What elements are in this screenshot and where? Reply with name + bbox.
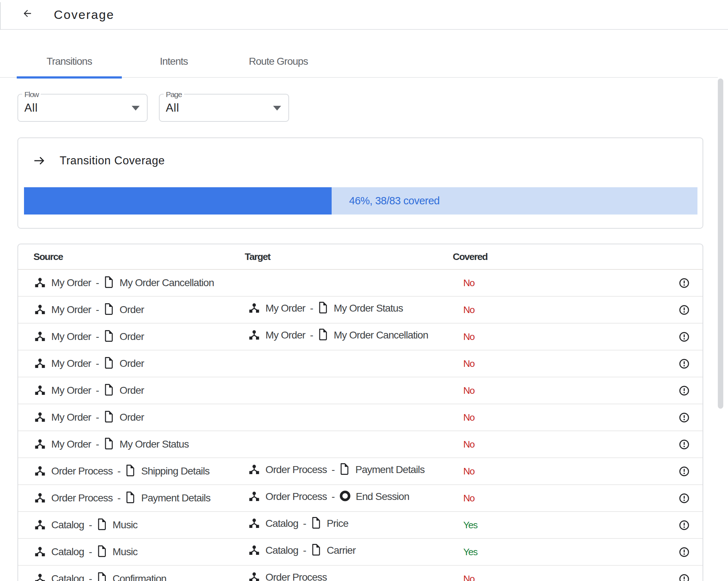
flow-icon	[249, 518, 265, 529]
source-pair: Order Process - Shipping Details	[35, 465, 209, 478]
info-button[interactable]	[679, 547, 689, 557]
flow-icon	[35, 412, 51, 423]
page-glyph	[104, 357, 113, 369]
table-row: My Order - Order My Order - My Order	[18, 324, 703, 350]
separator-dash: -	[96, 385, 99, 396]
flow-icon	[35, 385, 51, 396]
target-cell: -	[232, 404, 446, 430]
page-glyph	[97, 545, 106, 557]
table-body: My Order - My Order Cancellation -	[18, 270, 703, 581]
error-outline-icon	[679, 547, 689, 557]
page-glyph	[318, 302, 327, 313]
target-page-name: My Order Status	[334, 302, 403, 314]
back-button[interactable]	[22, 9, 32, 19]
flow-icon	[35, 304, 51, 316]
source-cell: Catalog - Confirmation	[18, 566, 232, 581]
target-cell: Catalog - Price	[232, 512, 446, 538]
target-pair: My Order - My Order Cancellation	[249, 329, 428, 342]
covered-cell: No	[446, 377, 533, 404]
source-cell: My Order - Order	[18, 350, 232, 377]
info-button[interactable]	[679, 466, 689, 476]
tab-label: Transitions	[47, 56, 92, 67]
page-icon	[340, 463, 355, 476]
page-icon	[125, 465, 141, 478]
source-cell: Catalog - Music	[18, 512, 232, 538]
source-cell: My Order - Order	[18, 324, 232, 350]
info-button[interactable]	[679, 332, 689, 342]
info-button[interactable]	[679, 278, 689, 288]
tab-transitions[interactable]: Transitions	[17, 43, 122, 78]
covered-cell: No	[446, 404, 533, 430]
flow-glyph	[249, 572, 259, 581]
flow-glyph	[35, 304, 45, 314]
info-button[interactable]	[679, 413, 689, 422]
source-pair: My Order - My Order Cancellation	[35, 276, 214, 289]
target-flow-name: Order Process	[265, 491, 327, 502]
separator-dash: -	[96, 331, 99, 342]
table-row: My Order - Order -	[18, 350, 703, 377]
covered-value: Yes	[463, 546, 477, 558]
flow-filter-select[interactable]: Flow All	[17, 94, 148, 122]
target-page-name: My Order Cancellation	[334, 329, 428, 341]
target-flow-name: Order Process	[265, 464, 327, 476]
flow-icon	[249, 491, 265, 502]
info-button[interactable]	[679, 305, 689, 315]
separator-dash: -	[96, 438, 99, 450]
table-row: Order Process - Shipping Details Order P…	[18, 458, 703, 485]
info-cell	[533, 539, 703, 565]
source-flow-name: My Order	[51, 331, 91, 342]
coverage-progress-label: 46%, 38/83 covered	[349, 187, 440, 215]
target-cell: Order Process - End Session	[232, 485, 446, 511]
target-page-name: Carrier	[327, 545, 356, 556]
source-pair: Catalog - Music	[35, 518, 137, 532]
target-flow-name: Order Process	[265, 572, 327, 581]
tab-route-groups[interactable]: Route Groups	[226, 43, 331, 78]
separator-dash: -	[89, 519, 92, 531]
arrow-forward-icon	[34, 156, 45, 166]
covered-value: No	[463, 358, 475, 369]
source-page-name: Order	[120, 385, 144, 396]
flow-icon	[249, 572, 265, 581]
flow-glyph	[35, 519, 45, 529]
info-button[interactable]	[679, 359, 689, 369]
page-glyph	[104, 384, 113, 396]
page-glyph	[340, 463, 348, 475]
info-button[interactable]	[679, 574, 689, 581]
page-title: Coverage	[54, 0, 115, 29]
page-glyph	[318, 329, 327, 340]
info-button[interactable]	[679, 440, 689, 449]
column-header-source: Source	[18, 244, 232, 269]
source-pair: My Order - Order	[35, 357, 144, 370]
tab-intents[interactable]: Intents	[122, 43, 226, 78]
target-cell: -	[232, 431, 446, 457]
flow-icon	[249, 302, 265, 314]
separator-dash: -	[96, 412, 99, 423]
transition-coverage-card: Transition Coverage 46%, 38/83 covered	[17, 137, 703, 229]
tab-bar: Transitions Intents Route Groups	[0, 43, 718, 78]
info-cell	[533, 458, 703, 484]
page-icon	[104, 276, 120, 289]
info-cell	[533, 377, 703, 404]
covered-cell: No	[446, 458, 533, 484]
page-filter-select[interactable]: Page All	[159, 94, 289, 122]
info-button[interactable]	[679, 493, 689, 503]
source-pair: Order Process - Payment Details	[35, 492, 211, 505]
page-icon	[97, 518, 113, 532]
target-pair: Order Process -	[249, 572, 327, 581]
target-cell: -	[232, 377, 446, 404]
page-glyph	[125, 465, 134, 476]
end-session-glyph	[340, 490, 351, 501]
info-button[interactable]	[679, 386, 689, 396]
page-icon	[318, 329, 334, 342]
table-row: My Order - My Order Status -	[18, 431, 703, 458]
flow-glyph	[249, 491, 259, 501]
page-icon	[97, 572, 113, 581]
vertical-scrollbar-thumb[interactable]	[718, 79, 723, 409]
info-button[interactable]	[679, 520, 689, 530]
source-flow-name: My Order	[51, 304, 91, 316]
info-cell	[533, 404, 703, 430]
table-row: Catalog - Music Catalog - Price	[18, 512, 703, 539]
target-cell: My Order - My Order Status	[232, 297, 446, 323]
tab-label: Route Groups	[249, 56, 308, 67]
source-page-name: Shipping Details	[141, 465, 209, 477]
